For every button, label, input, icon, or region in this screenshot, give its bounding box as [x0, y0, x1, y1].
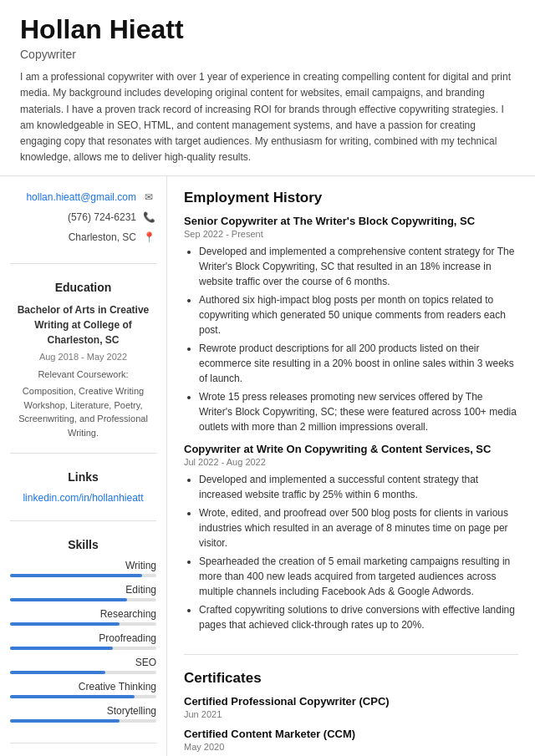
cert-item: Certified Professional Copywriter (CPC) …: [184, 695, 518, 719]
cert-date: May 2020: [184, 742, 518, 752]
job-item: Copywriter at Write On Copywriting & Con…: [184, 443, 518, 632]
skill-item: Creative Thinking: [10, 681, 156, 698]
skill-bar-bg: [10, 671, 156, 674]
location-item: Charleston, SC 📍: [10, 230, 156, 245]
email-icon: ✉: [141, 190, 156, 205]
skills-title: Skills: [10, 538, 156, 551]
job-title: Copywriter at Write On Copywriting & Con…: [184, 443, 518, 455]
education-dates: Aug 2018 - May 2022: [10, 350, 156, 364]
job-bullets: Developed and implemented a comprehensiv…: [184, 244, 518, 434]
education-section: Education Bachelor of Arts in Creative W…: [10, 281, 156, 454]
skill-bar-bg: [10, 622, 156, 626]
skills-section: Skills Writing Editing Researching Proof…: [10, 538, 156, 743]
skill-bar-bg: [10, 647, 156, 650]
employment-title: Employment History: [184, 190, 518, 206]
skill-bar-bg: [10, 598, 156, 601]
cert-name: Certified Professional Copywriter (CPC): [184, 695, 518, 708]
skill-bar-bg: [10, 574, 156, 577]
skill-item: Proofreading: [10, 632, 156, 650]
email-link[interactable]: hollan.hieatt@gmail.com: [26, 191, 136, 203]
coursework-label: Relevant Coursework:: [10, 368, 156, 382]
job-bullet: Developed and implemented a comprehensiv…: [199, 244, 518, 289]
education-title: Education: [10, 281, 156, 294]
resume-header: Hollan Hieatt Copywriter I am a professi…: [0, 0, 535, 176]
job-bullet: Crafted copywriting solutions to drive c…: [199, 602, 518, 632]
skill-name: Editing: [10, 584, 156, 596]
cert-name: Certified Content Marketer (CCM): [184, 728, 518, 740]
certificates-title: Certificates: [184, 670, 518, 687]
skill-bar-fill: [10, 574, 142, 577]
cert-date: Jun 2021: [184, 709, 518, 719]
job-bullet: Wrote, edited, and proofread over 500 bl…: [199, 505, 518, 551]
main-content: Employment History Senior Copywriter at …: [167, 176, 535, 756]
skill-bar-fill: [10, 671, 105, 674]
coursework-text: Composition, Creative Writing Workshop, …: [10, 384, 156, 439]
skill-name: Storytelling: [10, 705, 156, 717]
certs-list: Certified Professional Copywriter (CPC) …: [184, 695, 518, 752]
cert-item: Certified Content Marketer (CCM) May 202…: [184, 728, 518, 752]
job-bullet: Developed and implemented a successful c…: [199, 472, 518, 502]
links-title: Links: [10, 470, 156, 484]
skill-bar-fill: [10, 622, 120, 626]
candidate-name: Hollan Hieatt: [20, 15, 515, 44]
skill-bar-fill: [10, 695, 135, 698]
job-item: Senior Copywriter at The Writer's Block …: [184, 215, 518, 434]
skill-item: SEO: [10, 657, 156, 674]
education-item: Bachelor of Arts in Creative Writing at …: [10, 302, 156, 439]
linkedin-link[interactable]: linkedin.com/in/hollanhieatt: [10, 492, 156, 504]
job-bullet: Wrote 15 press releases promoting new se…: [199, 389, 518, 434]
sidebar: hollan.hieatt@gmail.com ✉ (576) 724-6231…: [0, 176, 167, 756]
job-dates: Sep 2022 - Present: [184, 229, 518, 239]
candidate-summary: I am a professional copywriter with over…: [20, 69, 515, 165]
location-text: Charleston, SC: [69, 231, 136, 243]
skill-item: Editing: [10, 584, 156, 601]
job-bullet: Spearheaded the creation of 5 email mark…: [199, 554, 518, 599]
skill-bar-fill: [10, 719, 120, 723]
degree-text: Bachelor of Arts in Creative Writing at …: [10, 302, 156, 348]
job-bullet: Rewrote product descriptions for all 200…: [199, 341, 518, 386]
phone-item: (576) 724-6231 📞: [10, 210, 156, 225]
phone-text: (576) 724-6231: [68, 211, 136, 223]
job-bullet: Authored six high-impact blog posts per …: [199, 292, 518, 337]
skill-item: Writing: [10, 560, 156, 577]
skill-bar-fill: [10, 598, 127, 601]
job-dates: Jul 2022 - Aug 2022: [184, 457, 518, 467]
main-layout: hollan.hieatt@gmail.com ✉ (576) 724-6231…: [0, 176, 535, 756]
skill-name: Proofreading: [10, 632, 156, 644]
links-section: Links linkedin.com/in/hollanhieatt: [10, 470, 156, 521]
job-bullets: Developed and implemented a successful c…: [184, 472, 518, 632]
job-title: Senior Copywriter at The Writer's Block …: [184, 215, 518, 227]
skill-bar-fill: [10, 647, 113, 650]
email-item: hollan.hieatt@gmail.com ✉: [10, 190, 156, 205]
skill-bar-bg: [10, 719, 156, 723]
certificates-section: Certificates Certified Professional Copy…: [184, 670, 518, 756]
skill-item: Storytelling: [10, 705, 156, 723]
location-icon: 📍: [141, 230, 156, 245]
skill-name: Researching: [10, 608, 156, 620]
candidate-title: Copywriter: [20, 48, 515, 61]
jobs-list: Senior Copywriter at The Writer's Block …: [184, 215, 518, 632]
skill-item: Researching: [10, 608, 156, 626]
employment-section: Employment History Senior Copywriter at …: [184, 190, 518, 655]
skill-name: Creative Thinking: [10, 681, 156, 693]
skills-list: Writing Editing Researching Proofreading…: [10, 560, 156, 723]
skill-name: Writing: [10, 560, 156, 571]
skill-bar-bg: [10, 695, 156, 698]
skill-name: SEO: [10, 657, 156, 668]
contact-section: hollan.hieatt@gmail.com ✉ (576) 724-6231…: [10, 190, 156, 264]
phone-icon: 📞: [141, 210, 156, 225]
